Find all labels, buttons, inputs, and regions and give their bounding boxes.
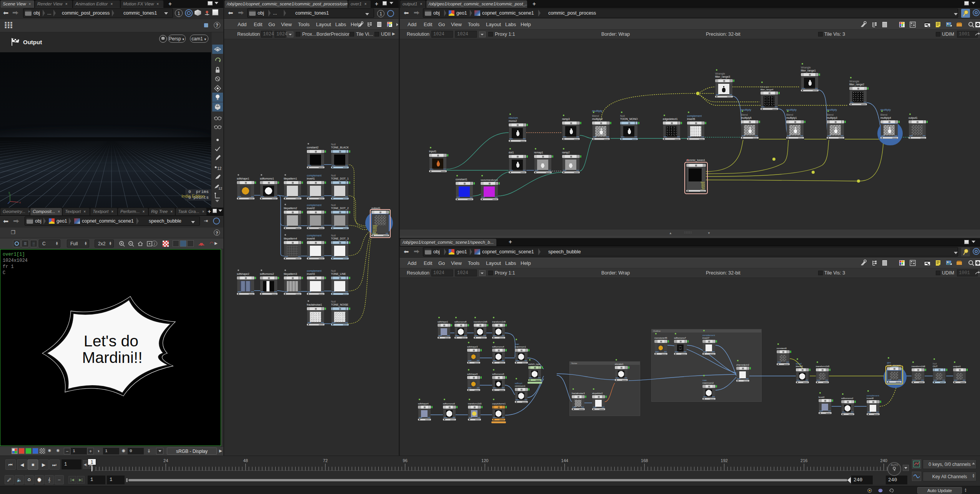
svg-text:24: 24 [163, 458, 168, 463]
svg-text:Mardini!!: Mardini!! [82, 349, 142, 366]
svg-text:216: 216 [800, 458, 807, 463]
svg-text:96: 96 [403, 458, 408, 463]
svg-text:192: 192 [721, 458, 728, 463]
svg-text:Let's do: Let's do [84, 332, 138, 350]
svg-text:12: 12 [218, 186, 222, 190]
svg-text:x: x [19, 201, 21, 204]
svg-text:72: 72 [323, 458, 328, 463]
svg-text:144: 144 [561, 458, 568, 463]
svg-text:240: 240 [880, 458, 887, 463]
svg-text:168: 168 [641, 458, 648, 463]
svg-text:48: 48 [243, 458, 248, 463]
svg-text:y: y [8, 191, 10, 194]
svg-text:12: 12 [217, 166, 222, 171]
svg-text:120: 120 [481, 458, 488, 463]
